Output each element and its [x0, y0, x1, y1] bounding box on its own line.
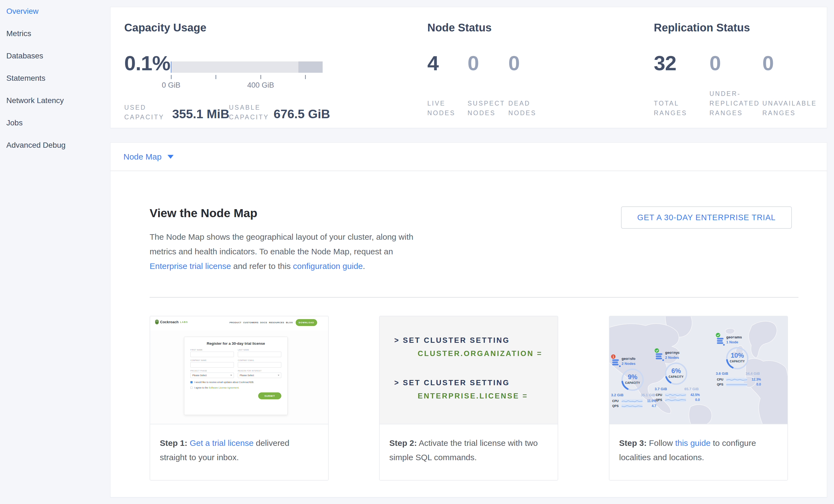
capacity-axis-tick	[171, 75, 172, 79]
used-capacity-value: 355.1 MiB	[172, 107, 229, 121]
step-1-prefix: Step 1:	[160, 438, 188, 447]
sidebar-item-jobs[interactable]: Jobs	[0, 112, 110, 134]
capacity-gauge: 9% CAPACITY	[620, 367, 645, 392]
database-stack-icon	[717, 338, 724, 345]
mini-nav-item: RESOURCES	[269, 321, 284, 324]
locale-name: geo=nyc	[665, 351, 680, 355]
sidebar-item-statements[interactable]: Statements	[0, 67, 110, 89]
sidebar-item-network-latency[interactable]: Network Latency	[0, 89, 110, 112]
chevron-down-icon	[231, 375, 232, 376]
sql-line-1: > SET CLUSTER SETTING	[394, 336, 510, 345]
page-title: View the Node Map	[150, 206, 257, 220]
mini-nav-item: DOCS	[260, 321, 267, 324]
cpu-label: CPU	[656, 393, 665, 396]
mini-input-last-name	[238, 352, 281, 357]
mini-nav-item: CUSTOMERS	[243, 321, 259, 324]
description-text: and refer to this	[231, 262, 293, 270]
brand-name: Cockroach	[160, 320, 178, 324]
node-map-description: The Node Map shows the geographical layo…	[150, 229, 416, 273]
description-text: .	[363, 262, 365, 270]
mini-register-form: Register for a 30-day trial license FIRS…	[184, 337, 288, 415]
qps-label: QPS	[656, 398, 665, 401]
step-1-caption: Step 1: Get a trial license delivered st…	[150, 424, 328, 480]
usable-capacity-label: USABLE CAPACITY	[229, 103, 273, 122]
mini-field-label: LAST NAME	[238, 349, 281, 351]
capacity-gauge: 6% CAPACITY	[663, 361, 689, 386]
checkbox-checked-icon	[190, 381, 193, 383]
view-selector-bar: Node Map	[110, 143, 827, 171]
sidebar-item-metrics[interactable]: Metrics	[0, 22, 110, 45]
capacity-percent: 6%	[663, 367, 689, 375]
step-3-prefix: Step 3:	[619, 438, 646, 447]
cockroach-labs-logo: Cockroach LABS	[155, 320, 188, 324]
get-trial-license-link[interactable]: Get a trial license	[190, 438, 254, 447]
cpu-label: CPU	[612, 399, 621, 402]
locale-node-count: 2 Nodes	[665, 355, 679, 359]
sql-line-3: > SET CLUSTER SETTING	[394, 379, 510, 387]
chevron-down-icon	[168, 155, 174, 159]
step-2-prefix: Step 2:	[389, 438, 417, 447]
enterprise-trial-license-link[interactable]: Enterprise trial license	[150, 262, 231, 270]
sql-line-4: ENTERPRISE.LICENSE =	[418, 392, 528, 400]
configuration-guide-link[interactable]: configuration guide	[293, 262, 363, 270]
sidebar-item-databases[interactable]: Databases	[0, 45, 110, 67]
under-replicated-ranges-value: 0	[709, 51, 721, 75]
suspect-nodes-label: SUSPECT NODES	[467, 98, 505, 118]
cpu-sparkline	[726, 378, 747, 381]
get-enterprise-trial-button[interactable]: GET A 30-DAY ENTERPRISE TRIAL	[621, 206, 792, 229]
node-status-title: Node Status	[427, 22, 491, 34]
this-guide-link[interactable]: this guide	[675, 438, 710, 447]
cockroach-bug-icon	[155, 320, 159, 324]
mini-checkbox-label: I would like to receive email updates ab…	[194, 381, 254, 384]
used-capacity-label: USED CAPACITY	[124, 103, 164, 122]
suspect-nodes-value: 0	[467, 51, 479, 75]
mini-submit-button: SUBMIT	[258, 392, 281, 399]
step-1-card: Cockroach LABS PRODUCT CUSTOMERS DOCS RE…	[150, 316, 329, 481]
mini-select-project-phase: Please Select	[190, 373, 234, 378]
dead-nodes-value: 0	[508, 51, 520, 75]
qps-value: 4.7	[652, 404, 656, 408]
mini-select-reason: Please Select	[238, 373, 281, 378]
mini-input-company-email	[238, 362, 281, 368]
capacity-total: 34.4 GiB	[746, 371, 760, 376]
mini-checkbox-row-updates: I would like to receive email updates ab…	[190, 381, 281, 384]
capacity-bar-other-segment	[299, 62, 323, 73]
mini-field-label: COMPANY NAME	[190, 359, 234, 361]
cpu-sparkline	[621, 399, 642, 403]
capacity-bar-used-segment	[171, 62, 171, 73]
mini-checkbox-row-license: I agree to the Software License Agreemen…	[190, 386, 281, 389]
chevron-down-icon	[278, 375, 279, 376]
usable-capacity-value: 676.5 GiB	[273, 107, 330, 121]
cpu-value: 11.0%	[647, 399, 656, 403]
locale-name: geo=ams	[726, 335, 742, 339]
mini-input-first-name	[190, 352, 234, 357]
capacity-label: CAPACITY	[663, 375, 689, 378]
capacity-used: 3.2 GiB	[611, 393, 623, 397]
qps-sparkline	[621, 404, 642, 408]
database-stack-icon	[612, 359, 619, 366]
node-map-view-dropdown[interactable]: Node Map	[124, 143, 174, 171]
mini-field-label: REASON FOR INTEREST	[238, 370, 281, 372]
live-nodes-label: LIVE NODES	[427, 98, 459, 118]
mini-form-title: Register for a 30-day trial license	[190, 342, 281, 346]
mini-input-company-name	[190, 362, 234, 368]
unavailable-ranges-label: UNAVAILABLE RANGES	[762, 98, 817, 118]
capacity-used: 3.7 GiB	[655, 387, 667, 391]
trial-license-site-thumbnail: Cockroach LABS PRODUCT CUSTOMERS DOCS RE…	[150, 316, 328, 424]
sidebar-item-advanced-debug[interactable]: Advanced Debug	[0, 134, 110, 156]
capacity-axis-tick	[305, 75, 306, 79]
capacity-used: 3.6 GiB	[716, 371, 728, 376]
cpu-value: 12.3%	[752, 377, 761, 381]
mini-field-label: COMPANY EMAIL	[238, 359, 281, 361]
step-3-caption: Step 3: Follow this guide to configure l…	[610, 424, 787, 480]
replication-status-title: Replication Status	[654, 22, 750, 34]
capacity-axis-tick	[260, 75, 261, 79]
step-2-card: > SET CLUSTER SETTING CLUSTER.ORGANIZATI…	[379, 316, 558, 481]
healthy-check-icon	[716, 333, 720, 337]
sidebar-item-overview[interactable]: Overview	[0, 0, 110, 22]
node-map-view-label: Node Map	[124, 152, 161, 161]
qps-sparkline	[665, 398, 686, 402]
qps-sparkline	[726, 383, 747, 386]
capacity-total: 35.1 GiB	[641, 393, 655, 397]
capacity-bar	[171, 62, 323, 73]
